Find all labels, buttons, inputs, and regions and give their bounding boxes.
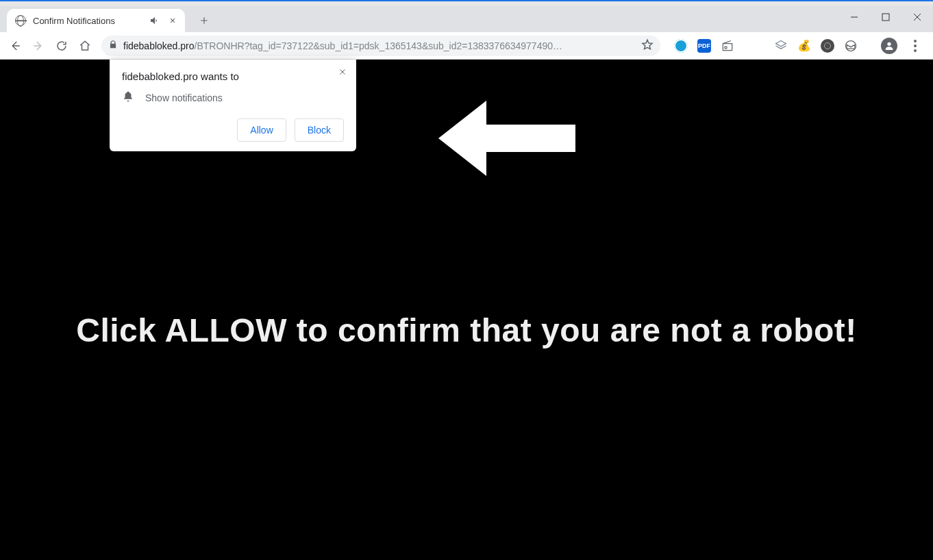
svg-point-4 (914, 44, 917, 47)
dialog-title: fidebabloked.pro wants to (122, 71, 344, 82)
address-bar[interactable]: fidebabloked.pro/BTRONHR?tag_id=737122&s… (101, 36, 660, 56)
url-path: /BTRONHR?tag_id=737122&sub_id1=pdsk_1365… (195, 40, 562, 51)
svg-point-5 (914, 49, 917, 52)
home-button[interactable] (75, 36, 95, 55)
mail-extension-icon[interactable] (844, 39, 858, 53)
lock-icon (108, 40, 118, 51)
allow-button[interactable]: Allow (237, 118, 286, 142)
dialog-close-icon[interactable] (336, 65, 349, 79)
globe-icon (15, 15, 26, 26)
url-text: fidebabloked.pro/BTRONHR?tag_id=737122&s… (123, 40, 636, 51)
window-controls (838, 6, 933, 28)
svg-point-2 (887, 42, 891, 45)
bookmark-star-icon[interactable] (641, 38, 654, 53)
radio-extension-icon[interactable] (721, 39, 734, 53)
arrow-left-icon (438, 101, 575, 176)
pdf-extension-icon[interactable]: PDF (697, 39, 711, 53)
tab-title: Confirm Notifications (33, 16, 142, 26)
title-bar (0, 0, 933, 6)
close-window-button[interactable] (901, 6, 933, 28)
extension-icon[interactable] (674, 39, 688, 53)
kebab-menu-icon[interactable] (907, 40, 923, 52)
profile-avatar-icon[interactable] (881, 38, 897, 54)
browser-tab[interactable]: Confirm Notifications (7, 9, 185, 32)
mute-icon[interactable] (149, 15, 160, 26)
dialog-actions: Allow Block (122, 118, 344, 142)
block-button[interactable]: Block (295, 118, 344, 142)
recorder-extension-icon[interactable] (821, 39, 834, 53)
notification-permission-dialog: fidebabloked.pro wants to Show notificat… (110, 60, 356, 151)
reload-button[interactable] (52, 36, 71, 55)
svg-point-3 (914, 40, 917, 42)
forward-button[interactable] (29, 36, 48, 55)
minimize-button[interactable] (838, 6, 870, 28)
extensions-row: PDF 💰 (667, 38, 928, 54)
layers-extension-icon[interactable] (774, 39, 788, 53)
url-host: fidebabloked.pro (123, 40, 195, 51)
svg-rect-0 (882, 14, 889, 21)
close-tab-icon[interactable] (167, 15, 178, 26)
dialog-body-row: Show notifications (122, 90, 344, 105)
dialog-body-text: Show notifications (145, 92, 223, 103)
bell-icon (122, 90, 134, 105)
tab-strip: Confirm Notifications (0, 6, 933, 32)
new-tab-button[interactable] (195, 11, 214, 30)
browser-toolbar: fidebabloked.pro/BTRONHR?tag_id=737122&s… (0, 32, 933, 60)
maximize-button[interactable] (870, 6, 901, 28)
moneybag-extension-icon[interactable]: 💰 (797, 39, 811, 53)
back-button[interactable] (5, 36, 25, 55)
page-headline: Click ALLOW to confirm that you are not … (55, 311, 878, 349)
svg-marker-6 (438, 101, 575, 176)
